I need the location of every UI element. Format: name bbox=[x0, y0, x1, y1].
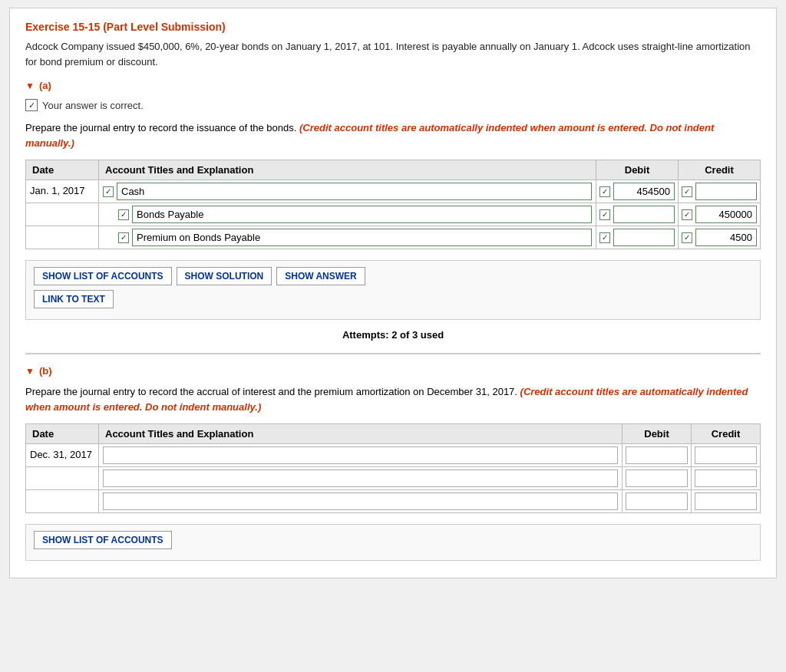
section-a-label: (a) bbox=[39, 80, 51, 91]
account-input-1[interactable] bbox=[117, 183, 592, 200]
correct-message: ✓ Your answer is correct. bbox=[25, 99, 761, 111]
attempts-line: Attempts: 2 of 3 used bbox=[25, 329, 761, 341]
debit-input-3[interactable] bbox=[613, 229, 675, 246]
debit-cell-b2 bbox=[623, 467, 692, 490]
account-cell-b1 bbox=[99, 444, 623, 467]
date-cell-b1: Dec. 31, 2017 bbox=[26, 444, 99, 467]
col-debit-b: Debit bbox=[623, 424, 692, 444]
section-a-header: ▼ (a) bbox=[25, 80, 761, 91]
debit-input-b1[interactable] bbox=[626, 446, 688, 464]
arrow-icon-b: ▼ bbox=[25, 366, 35, 377]
account-input-3[interactable] bbox=[132, 229, 592, 246]
credit-check-2: ✓ bbox=[682, 209, 692, 220]
debit-cell-2: ✓ bbox=[596, 203, 679, 226]
action-bar-row-1: SHOW LIST OF ACCOUNTS SHOW SOLUTION SHOW… bbox=[34, 267, 752, 285]
debit-cell-b3 bbox=[623, 490, 692, 513]
col-debit-a: Debit bbox=[596, 160, 679, 180]
table-row bbox=[26, 490, 761, 513]
credit-input-b1[interactable] bbox=[695, 446, 757, 464]
correct-text: Your answer is correct. bbox=[42, 100, 144, 111]
debit-check-1: ✓ bbox=[599, 186, 610, 197]
date-cell-b2 bbox=[26, 467, 99, 490]
table-row: ✓ ✓ ✓ bbox=[26, 226, 761, 249]
col-credit-b: Credit bbox=[692, 424, 761, 444]
debit-cell-1: ✓ bbox=[596, 180, 679, 203]
debit-check-2: ✓ bbox=[599, 209, 610, 220]
account-cell-2: ✓ bbox=[99, 203, 596, 226]
debit-check-3: ✓ bbox=[599, 232, 610, 243]
credit-cell-b2 bbox=[692, 467, 761, 490]
account-cell-1: ✓ bbox=[99, 180, 596, 203]
instruction-a: Prepare the journal entry to record the … bbox=[25, 120, 761, 150]
table-row bbox=[26, 467, 761, 490]
credit-input-3[interactable] bbox=[695, 229, 757, 246]
instruction-prefix-b: Prepare the journal entry to record the … bbox=[25, 386, 517, 397]
account-cell-b3 bbox=[99, 490, 623, 513]
account-cell-3: ✓ bbox=[99, 226, 596, 249]
table-row: ✓ ✓ ✓ bbox=[26, 203, 761, 226]
credit-cell-2: ✓ bbox=[679, 203, 761, 226]
exercise-title: Exercise 15-15 (Part Level Submission) bbox=[25, 21, 761, 33]
action-bar-b-row: SHOW LIST OF ACCOUNTS bbox=[34, 531, 752, 549]
row-check-1: ✓ bbox=[103, 186, 114, 197]
col-date-a: Date bbox=[26, 160, 99, 180]
col-date-b: Date bbox=[26, 424, 99, 444]
account-input-b3[interactable] bbox=[103, 492, 618, 510]
credit-cell-b1 bbox=[692, 444, 761, 467]
show-list-btn-b[interactable]: SHOW LIST OF ACCOUNTS bbox=[34, 531, 172, 549]
account-cell-b2 bbox=[99, 467, 623, 490]
action-bar-b: SHOW LIST OF ACCOUNTS bbox=[25, 524, 761, 561]
journal-table-a: Date Account Titles and Explanation Debi… bbox=[25, 160, 761, 249]
credit-input-1[interactable] bbox=[695, 183, 757, 200]
debit-input-b3[interactable] bbox=[626, 492, 688, 510]
col-account-a: Account Titles and Explanation bbox=[99, 160, 596, 180]
row-check-2: ✓ bbox=[118, 209, 129, 220]
journal-table-b: Date Account Titles and Explanation Debi… bbox=[25, 423, 761, 513]
col-account-b: Account Titles and Explanation bbox=[99, 424, 623, 444]
credit-cell-1: ✓ bbox=[679, 180, 761, 203]
show-solution-btn-a[interactable]: SHOW SOLUTION bbox=[177, 267, 272, 285]
date-cell-b3 bbox=[26, 490, 99, 513]
debit-input-1[interactable] bbox=[613, 183, 675, 200]
col-credit-a: Credit bbox=[679, 160, 761, 180]
debit-cell-3: ✓ bbox=[596, 226, 679, 249]
table-row: Jan. 1, 2017 ✓ ✓ ✓ bbox=[26, 180, 761, 203]
show-list-btn-a[interactable]: SHOW LIST OF ACCOUNTS bbox=[34, 267, 172, 285]
credit-cell-b3 bbox=[692, 490, 761, 513]
section-b-header: ▼ (b) bbox=[25, 365, 761, 377]
exercise-description: Adcock Company issued $450,000, 6%, 20-y… bbox=[25, 39, 761, 69]
account-input-b1[interactable] bbox=[103, 446, 618, 464]
debit-cell-b1 bbox=[623, 444, 692, 467]
credit-check-1: ✓ bbox=[682, 186, 692, 197]
section-b: ▼ (b) Prepare the journal entry to recor… bbox=[25, 353, 761, 561]
action-bar-row-2: LINK TO TEXT bbox=[34, 290, 752, 308]
date-cell-2 bbox=[26, 203, 99, 226]
instruction-b: Prepare the journal entry to record the … bbox=[25, 384, 761, 414]
row-check-3: ✓ bbox=[118, 232, 129, 243]
section-b-label: (b) bbox=[39, 365, 52, 377]
account-input-2[interactable] bbox=[132, 206, 592, 223]
action-bar-a: SHOW LIST OF ACCOUNTS SHOW SOLUTION SHOW… bbox=[25, 260, 761, 320]
credit-input-2[interactable] bbox=[695, 206, 757, 223]
credit-input-b2[interactable] bbox=[695, 469, 757, 487]
arrow-icon-a: ▼ bbox=[25, 81, 35, 91]
account-input-b2[interactable] bbox=[103, 469, 618, 487]
link-to-text-btn[interactable]: LINK TO TEXT bbox=[34, 290, 114, 308]
credit-cell-3: ✓ bbox=[679, 226, 761, 249]
check-icon: ✓ bbox=[25, 99, 38, 111]
show-answer-btn-a[interactable]: SHOW ANSWER bbox=[276, 267, 365, 285]
credit-check-3: ✓ bbox=[682, 232, 692, 243]
date-cell-1: Jan. 1, 2017 bbox=[26, 180, 99, 203]
debit-input-b2[interactable] bbox=[626, 469, 688, 487]
debit-input-2[interactable] bbox=[613, 206, 675, 223]
instruction-prefix-a: Prepare the journal entry to record the … bbox=[25, 122, 296, 133]
table-row: Dec. 31, 2017 bbox=[26, 444, 761, 467]
main-container: Exercise 15-15 (Part Level Submission) A… bbox=[9, 8, 777, 578]
credit-input-b3[interactable] bbox=[695, 492, 757, 510]
date-cell-3 bbox=[26, 226, 99, 249]
